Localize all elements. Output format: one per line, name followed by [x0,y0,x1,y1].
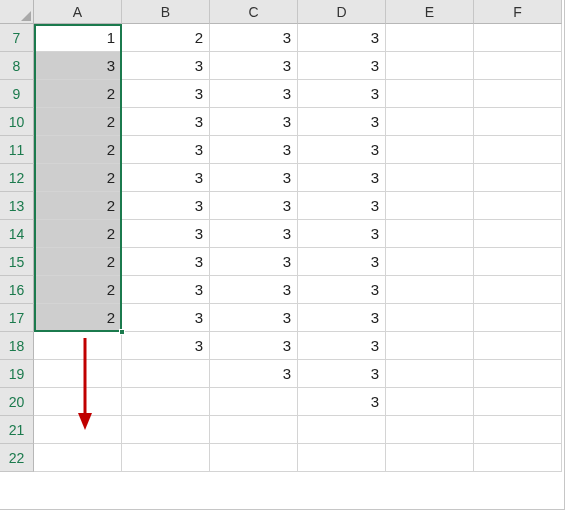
col-header-C[interactable]: C [210,0,298,24]
cell-F12[interactable] [474,164,562,192]
cell-B22[interactable] [122,444,210,472]
cell-E19[interactable] [386,360,474,388]
cell-A17[interactable]: 2 [34,304,122,332]
cell-A10[interactable]: 2 [34,108,122,136]
spreadsheet-grid[interactable]: A B C D E F 7123383333923331023331123331… [0,0,565,510]
cell-C13[interactable]: 3 [210,192,298,220]
cell-C7[interactable]: 3 [210,24,298,52]
cell-F15[interactable] [474,248,562,276]
cell-D14[interactable]: 3 [298,220,386,248]
row-header-12[interactable]: 12 [0,164,34,192]
cell-B11[interactable]: 3 [122,136,210,164]
row-header-14[interactable]: 14 [0,220,34,248]
cell-F10[interactable] [474,108,562,136]
cell-A20[interactable] [34,388,122,416]
cell-B21[interactable] [122,416,210,444]
col-header-B[interactable]: B [122,0,210,24]
cell-E16[interactable] [386,276,474,304]
cell-F14[interactable] [474,220,562,248]
cell-C11[interactable]: 3 [210,136,298,164]
row-header-13[interactable]: 13 [0,192,34,220]
cell-F22[interactable] [474,444,562,472]
row-header-18[interactable]: 18 [0,332,34,360]
row-header-17[interactable]: 17 [0,304,34,332]
cell-E17[interactable] [386,304,474,332]
cell-B12[interactable]: 3 [122,164,210,192]
cell-F13[interactable] [474,192,562,220]
cell-A21[interactable] [34,416,122,444]
cell-B9[interactable]: 3 [122,80,210,108]
cell-B8[interactable]: 3 [122,52,210,80]
row-header-11[interactable]: 11 [0,136,34,164]
cell-B20[interactable] [122,388,210,416]
cell-B19[interactable] [122,360,210,388]
cell-C18[interactable]: 3 [210,332,298,360]
cell-F9[interactable] [474,80,562,108]
cell-B13[interactable]: 3 [122,192,210,220]
cell-E15[interactable] [386,248,474,276]
cell-B15[interactable]: 3 [122,248,210,276]
row-header-10[interactable]: 10 [0,108,34,136]
cell-F20[interactable] [474,388,562,416]
cell-F7[interactable] [474,24,562,52]
cell-D18[interactable]: 3 [298,332,386,360]
row-header-16[interactable]: 16 [0,276,34,304]
cell-D16[interactable]: 3 [298,276,386,304]
cell-E12[interactable] [386,164,474,192]
cell-B18[interactable]: 3 [122,332,210,360]
cell-F19[interactable] [474,360,562,388]
row-header-8[interactable]: 8 [0,52,34,80]
cell-A9[interactable]: 2 [34,80,122,108]
cell-D19[interactable]: 3 [298,360,386,388]
cell-C16[interactable]: 3 [210,276,298,304]
row-header-22[interactable]: 22 [0,444,34,472]
cell-A8[interactable]: 3 [34,52,122,80]
fill-handle[interactable] [119,329,125,335]
cell-A18[interactable] [34,332,122,360]
cell-C15[interactable]: 3 [210,248,298,276]
row-header-20[interactable]: 20 [0,388,34,416]
cell-C19[interactable]: 3 [210,360,298,388]
cell-C21[interactable] [210,416,298,444]
row-header-21[interactable]: 21 [0,416,34,444]
cell-C14[interactable]: 3 [210,220,298,248]
cell-E10[interactable] [386,108,474,136]
cell-E20[interactable] [386,388,474,416]
cell-A13[interactable]: 2 [34,192,122,220]
cell-F17[interactable] [474,304,562,332]
cell-C10[interactable]: 3 [210,108,298,136]
cell-D17[interactable]: 3 [298,304,386,332]
col-header-D[interactable]: D [298,0,386,24]
cell-A19[interactable] [34,360,122,388]
cell-A22[interactable] [34,444,122,472]
cell-F21[interactable] [474,416,562,444]
cell-D20[interactable]: 3 [298,388,386,416]
cell-E21[interactable] [386,416,474,444]
cell-C17[interactable]: 3 [210,304,298,332]
cell-D13[interactable]: 3 [298,192,386,220]
col-header-F[interactable]: F [474,0,562,24]
cell-E14[interactable] [386,220,474,248]
cell-E11[interactable] [386,136,474,164]
cell-A15[interactable]: 2 [34,248,122,276]
cell-E22[interactable] [386,444,474,472]
cell-B10[interactable]: 3 [122,108,210,136]
cell-A12[interactable]: 2 [34,164,122,192]
row-header-15[interactable]: 15 [0,248,34,276]
cell-D9[interactable]: 3 [298,80,386,108]
cell-E18[interactable] [386,332,474,360]
cell-F16[interactable] [474,276,562,304]
cell-C8[interactable]: 3 [210,52,298,80]
cell-D7[interactable]: 3 [298,24,386,52]
cell-E9[interactable] [386,80,474,108]
cell-B7[interactable]: 2 [122,24,210,52]
cell-F18[interactable] [474,332,562,360]
cell-D22[interactable] [298,444,386,472]
cell-D10[interactable]: 3 [298,108,386,136]
col-header-E[interactable]: E [386,0,474,24]
cell-B17[interactable]: 3 [122,304,210,332]
col-header-A[interactable]: A [34,0,122,24]
cell-C20[interactable] [210,388,298,416]
cell-B16[interactable]: 3 [122,276,210,304]
cell-A11[interactable]: 2 [34,136,122,164]
